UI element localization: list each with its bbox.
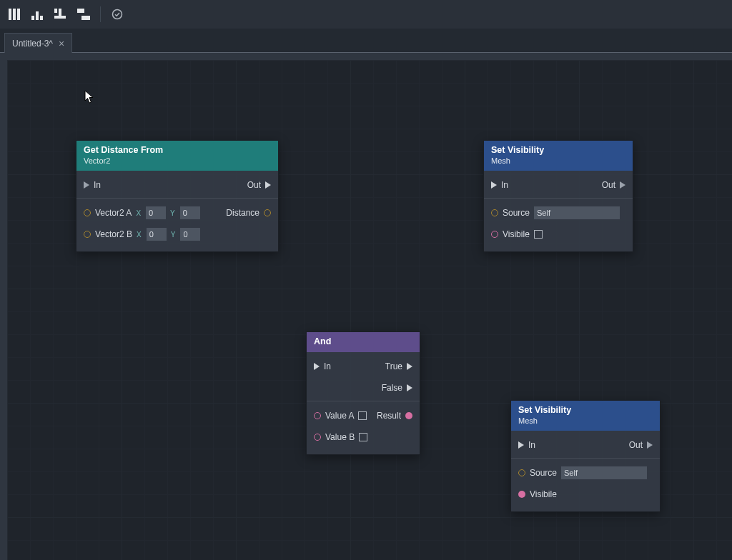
port-ring-icon	[491, 231, 498, 238]
node-title: And	[314, 336, 331, 346]
divider	[76, 198, 278, 199]
exec-out-icon	[407, 384, 412, 391]
svg-rect-6	[54, 9, 57, 13]
port-ring-icon	[314, 434, 321, 441]
vector2b-port[interactable]: Vector2 B X Y	[84, 228, 200, 241]
exec-out-port[interactable]: Out	[602, 180, 625, 190]
svg-rect-5	[40, 16, 43, 20]
result-label: Result	[377, 411, 401, 421]
exec-in-port[interactable]: In	[491, 180, 508, 190]
value-a-port[interactable]: Value A	[314, 411, 367, 421]
exec-out-icon	[620, 181, 625, 189]
source-input[interactable]	[534, 206, 620, 219]
value-a-label: Value A	[325, 411, 354, 421]
node-header[interactable]: Set Visibility Mesh	[511, 401, 660, 431]
exec-out-label: Out	[602, 180, 615, 190]
port-ring-icon	[491, 209, 498, 216]
distance-label: Distance	[226, 208, 259, 218]
layout-a-icon[interactable]	[7, 6, 23, 22]
tab-label: Untitled-3^	[12, 39, 53, 49]
close-icon[interactable]: ×	[59, 38, 64, 49]
node-and[interactable]: And In True False	[306, 331, 420, 455]
tab-untitled[interactable]: Untitled-3^ ×	[4, 33, 72, 53]
svg-rect-0	[9, 9, 11, 20]
vector2a-label: Vector2 A	[95, 208, 132, 218]
value-b-port[interactable]: Value B	[314, 432, 367, 442]
exec-out-label: Out	[629, 440, 643, 450]
node-title: Set Visibility	[518, 405, 571, 415]
port-ring-icon	[264, 209, 271, 216]
port-ring-icon	[84, 209, 91, 216]
svg-rect-8	[54, 16, 66, 19]
port-ring-icon	[314, 412, 321, 419]
vector2a-port[interactable]: Vector2 A X Y	[84, 206, 200, 219]
x-prefix: X	[136, 209, 141, 217]
exec-in-port[interactable]: In	[518, 440, 535, 450]
value-b-checkbox[interactable]	[359, 433, 367, 441]
exec-true-label: True	[385, 361, 402, 371]
exec-in-port[interactable]: In	[314, 361, 331, 371]
layout-c-icon[interactable]	[53, 6, 69, 22]
node-title: Set Visibility	[491, 145, 544, 155]
distance-out-port[interactable]: Distance	[226, 208, 271, 218]
exec-in-icon	[84, 181, 89, 189]
exec-out-icon	[647, 441, 653, 449]
node-get-distance[interactable]: Get Distance From Vector2 In Out Vector2…	[76, 140, 279, 252]
svg-rect-9	[77, 9, 84, 13]
exec-true-port[interactable]: True	[385, 361, 412, 371]
vector2b-y-input[interactable]	[180, 228, 200, 241]
node-title: Get Distance From	[84, 145, 163, 155]
svg-rect-3	[31, 16, 34, 20]
visible-port[interactable]: Visibile	[491, 229, 543, 239]
node-header[interactable]: Set Visibility Mesh	[484, 141, 633, 171]
layout-b-icon[interactable]	[30, 6, 46, 22]
visible-port[interactable]: Visibile	[518, 489, 557, 499]
vector2b-label: Vector2 B	[95, 229, 132, 239]
port-ring-icon	[84, 231, 91, 238]
port-dot-icon	[518, 491, 525, 498]
vector2a-y-input[interactable]	[180, 206, 200, 219]
toolbar-separator	[100, 6, 101, 22]
port-ring-icon	[518, 469, 525, 476]
tab-bar: Untitled-3^ ×	[0, 29, 732, 53]
visible-label: Visibile	[503, 229, 530, 239]
exec-out-port[interactable]: Out	[629, 440, 653, 450]
exec-false-label: False	[382, 383, 402, 393]
visible-label: Visibile	[530, 489, 557, 499]
visible-checkbox[interactable]	[534, 230, 543, 239]
node-subtitle: Vector2	[84, 156, 271, 165]
divider	[484, 198, 633, 199]
exec-false-port[interactable]: False	[382, 383, 412, 393]
source-port[interactable]: Source	[518, 466, 647, 479]
layout-d-icon[interactable]	[76, 6, 92, 22]
node-set-visibility-2[interactable]: Set Visibility Mesh In Out Source	[510, 400, 661, 512]
svg-rect-4	[36, 11, 39, 20]
result-port[interactable]: Result	[377, 411, 412, 421]
exec-in-label: In	[94, 180, 101, 190]
validate-icon[interactable]	[109, 6, 125, 22]
toolbar	[0, 0, 732, 29]
svg-rect-2	[17, 9, 20, 20]
source-label: Source	[530, 468, 557, 478]
exec-in-port[interactable]: In	[84, 180, 101, 190]
node-canvas[interactable]: Get Distance From Vector2 In Out Vector2…	[0, 53, 732, 560]
node-header[interactable]: And	[307, 332, 420, 352]
x-prefix: X	[137, 231, 142, 239]
node-set-visibility-1[interactable]: Set Visibility Mesh In Out Source	[483, 140, 633, 252]
source-port[interactable]: Source	[491, 206, 620, 219]
source-input[interactable]	[561, 466, 647, 479]
node-subtitle: Mesh	[491, 156, 625, 165]
value-a-checkbox[interactable]	[358, 411, 367, 420]
divider	[511, 458, 660, 459]
vector2a-x-input[interactable]	[146, 206, 166, 219]
exec-out-port[interactable]: Out	[247, 180, 271, 190]
exec-out-label: Out	[247, 180, 261, 190]
svg-point-11	[113, 10, 122, 19]
vector2b-x-input[interactable]	[147, 228, 167, 241]
svg-rect-10	[81, 16, 90, 20]
node-header[interactable]: Get Distance From Vector2	[76, 141, 278, 171]
svg-rect-1	[13, 9, 16, 20]
exec-in-icon	[518, 441, 524, 449]
source-label: Source	[503, 208, 530, 218]
exec-out-icon	[407, 363, 412, 370]
